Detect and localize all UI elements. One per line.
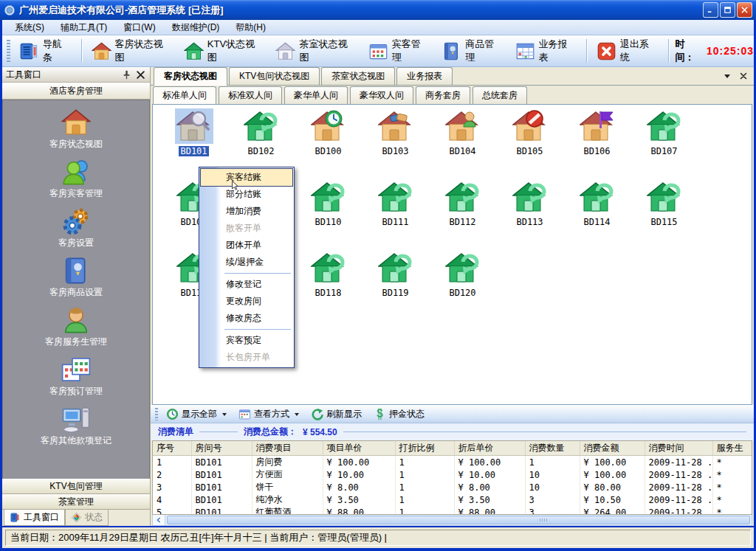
menu-item[interactable]: 帮助(H) — [229, 20, 272, 35]
toolbar-button-客房状态视图[interactable]: 客房状态视图 — [86, 34, 178, 68]
dropdown-arrow-icon[interactable] — [222, 413, 227, 416]
context-menu-item-更改房间[interactable]: 更改房间 — [201, 293, 292, 310]
close-button[interactable] — [737, 2, 752, 18]
action-button-查看方式[interactable]: 查看方式 — [233, 406, 304, 422]
sidebar-item-客房服务生管理[interactable]: 客房服务生管理 — [3, 305, 149, 348]
toolbar-button-退出系统[interactable]: 退出系统 — [591, 34, 664, 68]
room-BD103[interactable]: BD103 — [362, 108, 429, 179]
toolbar-button-宾客管理[interactable]: 宾客管理 — [362, 34, 436, 68]
room-BD115[interactable]: BD115 — [630, 179, 698, 250]
scrollbar-thumb[interactable] — [167, 516, 750, 524]
room-BD119[interactable]: BD119 — [362, 250, 429, 321]
column-header-服务生[interactable]: 服务生 — [712, 441, 752, 456]
table-cell: 1 — [395, 456, 454, 469]
room-type-tab-商务套房[interactable]: 商务套房 — [416, 86, 470, 104]
room-type-tab-豪华单人间[interactable]: 豪华单人间 — [284, 86, 348, 104]
minimize-button[interactable] — [703, 2, 718, 18]
room-BD105[interactable]: BD105 — [496, 108, 563, 179]
toolbar-button-导航条[interactable]: 导航条 — [13, 34, 78, 68]
room-BD104[interactable]: BD104 — [429, 108, 496, 179]
toolbar-button-KTV状态视图[interactable]: KTV状态视图 — [178, 34, 270, 68]
table-row[interactable]: 2BD101方便面¥ 10.001¥ 10.0010¥ 100.002009-1… — [153, 468, 752, 481]
context-menu-item-团体开单[interactable]: 团体开单 — [201, 237, 292, 254]
toolbar-button-label: 退出系统 — [620, 38, 658, 64]
sidebar-title: 工具窗口 — [6, 69, 118, 81]
sidebar-close-icon[interactable] — [135, 69, 146, 80]
room-type-tab-总统套房[interactable]: 总统套房 — [472, 86, 527, 104]
tab-close-icon[interactable] — [739, 72, 748, 80]
sidebar-item-客房其他款项登记[interactable]: 客房其他款项登记 — [3, 404, 149, 447]
context-menu-item-宾客预定[interactable]: 宾客预定 — [201, 332, 292, 349]
action-button-显示全部[interactable]: 显示全部 — [161, 406, 232, 422]
table-row[interactable]: 1BD101房间费¥ 100.001¥ 100.001¥ 100.002009-… — [153, 456, 752, 469]
doc-tab-KTV包间状态视图[interactable]: KTV包间状态视图 — [229, 67, 320, 85]
horizontal-scrollbar[interactable] — [152, 515, 752, 526]
toolbar-grip[interactable] — [7, 40, 10, 62]
doc-tab-茶室状态视图[interactable]: 茶室状态视图 — [321, 67, 395, 85]
menu-item[interactable]: 辅助工具(T) — [54, 20, 114, 35]
sidebar-item-客房预订管理[interactable]: 客房预订管理 — [3, 355, 149, 398]
column-header-消费数量[interactable]: 消费数量 — [525, 441, 580, 456]
column-header-序号[interactable]: 序号 — [153, 441, 191, 456]
room-BD118[interactable]: BD118 — [295, 250, 362, 321]
sidebar-tab-状态[interactable]: 状态 — [65, 510, 109, 526]
room-BD113[interactable]: BD113 — [496, 179, 563, 250]
sidebar-tab-工具窗口[interactable]: 工具窗口 — [4, 510, 65, 526]
menu-item[interactable]: 数据维护(D) — [165, 20, 227, 35]
actions-toolbar-grip[interactable] — [155, 408, 158, 420]
column-header-消费时间[interactable]: 消费时间 — [645, 441, 712, 456]
sidebar-item-客房设置[interactable]: 客房设置 — [3, 207, 149, 249]
room-type-tab-标准单人间[interactable]: 标准单人间 — [153, 86, 216, 105]
toolbar-button-茶室状态视图[interactable]: 茶室状态视图 — [269, 34, 362, 68]
table-cell: ¥ 100.00 — [323, 456, 395, 469]
column-header-消费项目[interactable]: 消费项目 — [252, 441, 323, 456]
red-house-icon — [61, 108, 91, 137]
context-menu-item-部分结账[interactable]: 部分结账 — [201, 186, 292, 203]
dropdown-arrow-icon[interactable] — [295, 413, 299, 416]
context-menu-item-修改房态[interactable]: 修改房态 — [201, 310, 292, 327]
column-header-消费金额[interactable]: 消费金额 — [580, 441, 645, 456]
menu-item[interactable]: 窗口(W) — [117, 20, 162, 35]
column-header-项目单价[interactable]: 项目单价 — [323, 441, 395, 456]
sidebar-group-button-茶室管理[interactable]: 茶室管理 — [2, 494, 150, 510]
room-BD112[interactable]: BD112 — [429, 179, 496, 250]
room-BD114[interactable]: BD114 — [563, 179, 630, 250]
room-BD100[interactable]: BD100 — [295, 108, 362, 179]
doc-tab-业务报表[interactable]: 业务报表 — [396, 67, 453, 85]
table-cell: 2009-11-28 ... — [645, 506, 712, 515]
column-header-房间号[interactable]: 房间号 — [191, 441, 252, 456]
sidebar-group-header[interactable]: 酒店客房管理 — [2, 83, 150, 100]
sidebar-group-button-KTV包间管理[interactable]: KTV包间管理 — [2, 479, 150, 494]
action-button-刷新显示[interactable]: 刷新显示 — [306, 406, 367, 422]
room-BD106[interactable]: BD106 — [563, 108, 630, 179]
sidebar-item-客房商品设置[interactable]: 客房商品设置 — [3, 256, 149, 299]
context-menu-item-增加消费[interactable]: 增加消费 — [201, 203, 292, 220]
context-menu-item-修改登记[interactable]: 修改登记 — [201, 276, 292, 293]
action-button-押金状态[interactable]: 押金状态 — [368, 406, 430, 422]
sidebar-item-客房状态视图[interactable]: 客房状态视图 — [3, 108, 149, 150]
table-row[interactable]: 5BD101红葡萄酒¥ 88.001¥ 88.003¥ 264.002009-1… — [153, 506, 752, 515]
context-menu-item-宾客结账[interactable]: 宾客结账 — [201, 169, 292, 186]
room-BD110[interactable]: BD110 — [295, 179, 362, 250]
room-house-icon — [578, 179, 616, 215]
tab-dropdown-icon[interactable] — [723, 72, 732, 80]
room-house-icon — [309, 108, 348, 144]
sidebar-item-客房宾客管理[interactable]: 客房宾客管理 — [3, 157, 149, 200]
table-row[interactable]: 3BD101饼干¥ 8.001¥ 8.0010¥ 80.002009-11-28… — [153, 481, 752, 493]
column-header-打折比例[interactable]: 打折比例 — [395, 441, 454, 456]
room-BD120[interactable]: BD120 — [429, 250, 496, 321]
toolbar-button-业务报表[interactable]: 业务报表 — [509, 34, 583, 68]
room-type-tab-标准双人间[interactable]: 标准双人间 — [219, 86, 282, 104]
room-BD107[interactable]: BD107 — [630, 108, 698, 179]
table-row[interactable]: 4BD101纯净水¥ 3.501¥ 3.503¥ 10.502009-11-28… — [153, 493, 752, 506]
column-header-折后单价[interactable]: 折后单价 — [454, 441, 525, 456]
room-type-tab-豪华双人间[interactable]: 豪华双人间 — [350, 86, 413, 104]
menu-item[interactable]: 系统(S) — [8, 20, 51, 35]
pin-icon[interactable] — [121, 69, 132, 80]
context-menu-item-续/退押金[interactable]: 续/退押金 — [201, 254, 292, 271]
maximize-button[interactable] — [720, 2, 735, 18]
scroll-left-button[interactable] — [153, 515, 165, 525]
room-BD111[interactable]: BD111 — [362, 179, 429, 250]
doc-tab-客房状态视图[interactable]: 客房状态视图 — [154, 67, 227, 86]
toolbar-button-商品管理[interactable]: 商品管理 — [436, 34, 509, 68]
